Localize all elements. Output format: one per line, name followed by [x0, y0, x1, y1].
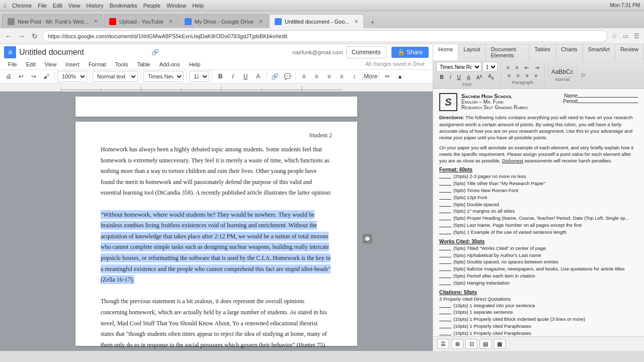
footer-outline-view-btn[interactable]: ▤ — [479, 339, 492, 349]
docs-menu-insert[interactable]: Insert — [61, 60, 84, 68]
tab-close-2[interactable]: ✕ — [259, 19, 263, 24]
url-input[interactable] — [42, 30, 608, 42]
ribbon-expand-btn[interactable]: ▷ — [579, 71, 588, 78]
tab-close-3[interactable]: ✕ — [354, 19, 358, 24]
docs-scroll-area[interactable]: Student 2 Homework has always been a hig… — [0, 92, 433, 351]
ribbon-indent-left-btn[interactable]: ⇤ — [522, 64, 531, 71]
ribbon-tab-review[interactable]: Review — [615, 44, 644, 60]
os-bookmarks-menu[interactable]: Bookmarks — [110, 3, 137, 9]
tab-2[interactable]: My Drive - Google Drive ✕ — [179, 14, 268, 28]
docs-menu-tools[interactable]: Tools — [111, 60, 132, 68]
align-center-button[interactable]: ≡ — [311, 71, 322, 82]
toolbar-sep-5 — [212, 72, 212, 81]
docs-menu-table[interactable]: Table — [133, 60, 154, 68]
ribbon-bold-btn[interactable]: B — [438, 72, 446, 81]
ribbon-tab-home[interactable]: Home — [433, 44, 458, 60]
paint-format-button[interactable]: 🖌 — [41, 71, 52, 82]
justify-button[interactable]: ≡ — [336, 71, 347, 82]
underline-button[interactable]: U — [240, 71, 251, 82]
cite-item-0: (10pts) 1 integrated into your sentence — [439, 303, 638, 309]
docs-menu-view[interactable]: View — [41, 60, 61, 68]
docs-menu-help[interactable]: Help — [185, 60, 205, 68]
more-button[interactable]: More — [365, 71, 376, 82]
wc-item-1: (5pts) Alphabetical by Author's Last nam… — [439, 252, 638, 259]
ribbon-tab-smartart[interactable]: SmartArt — [583, 44, 615, 60]
ribbon-font-select[interactable]: Times New Roman — [436, 62, 481, 72]
cast-icon[interactable]: ▭ — [621, 32, 630, 41]
link-button[interactable]: 🔗 — [269, 71, 280, 82]
ribbon-strikethrough-btn[interactable]: A̲ — [464, 72, 473, 81]
tab-3[interactable]: Untitled document - Goo... ✕ — [269, 14, 364, 28]
os-file-menu[interactable]: File — [38, 3, 47, 9]
ribbon-size-select[interactable]: 10 — [482, 62, 498, 72]
os-chrome-menu[interactable]: Chrome — [12, 3, 32, 9]
docs-menu-format[interactable]: Format — [85, 60, 110, 68]
align-right-button[interactable]: ≡ — [324, 71, 335, 82]
os-history-menu[interactable]: History — [87, 3, 104, 9]
ribbon-align-left-btn[interactable]: ≡ — [505, 72, 513, 79]
tab-close-0[interactable]: ✕ — [94, 19, 98, 24]
tab-label-3: Untitled document - Goo... — [285, 19, 349, 25]
font-select[interactable]: Times New ... — [143, 71, 184, 82]
os-help-menu[interactable]: Help — [192, 3, 204, 9]
os-edit-menu[interactable]: Edit — [53, 3, 62, 9]
os-view-menu[interactable]: View — [68, 3, 80, 9]
docs-menu-file[interactable]: File — [4, 60, 21, 68]
ribbon-bullets-btn[interactable]: ≡ — [504, 64, 512, 71]
text-color-button[interactable]: A — [253, 71, 264, 82]
bookmark-icon[interactable]: ☆ — [610, 32, 619, 41]
footer-preview-view-btn[interactable]: ▦ — [494, 339, 506, 349]
align-left-button[interactable]: ≡ — [298, 71, 309, 82]
os-window-menu[interactable]: Window — [167, 3, 186, 9]
ribbon-styles-btn[interactable]: AaBbCc — [548, 67, 577, 77]
tab-1[interactable]: Upload - YouTube ✕ — [104, 14, 178, 28]
comments-button[interactable]: Comments — [346, 46, 386, 58]
line-spacing-button[interactable]: ↕ — [349, 71, 360, 82]
print-button[interactable]: 🖨 — [3, 71, 14, 82]
docs-menu-addons[interactable]: Add-ons — [155, 60, 184, 68]
tab-close-1[interactable]: ✕ — [169, 19, 173, 24]
ribbon-tab-layout[interactable]: Layout — [458, 44, 486, 60]
collapse-toolbar-button[interactable]: ▲ — [394, 71, 406, 82]
footer-thumbnail-view-btn[interactable]: ⊞ — [451, 339, 463, 349]
footer-list-view-btn[interactable]: ☰ — [437, 339, 449, 349]
italic-button[interactable]: I — [227, 71, 238, 82]
ribbon-align-justify-btn[interactable]: ≡ — [532, 72, 540, 79]
school-info: Sachem High School English – Mr. Funk Re… — [461, 93, 563, 110]
bold-button[interactable]: B — [215, 71, 226, 82]
ribbon-underline-btn[interactable]: U — [455, 72, 463, 81]
undo-button[interactable]: ↩ — [16, 71, 27, 82]
zoom-select[interactable]: 100% — [57, 71, 87, 82]
doc-body[interactable]: Homework has always been a highly debate… — [101, 144, 332, 350]
share-button[interactable]: 🔓 Share — [391, 47, 429, 58]
settings-icon[interactable]: ☰ — [632, 32, 641, 41]
ribbon-subscript-btn[interactable]: Aa — [486, 72, 496, 81]
highlight-button[interactable]: ✏ — [382, 71, 393, 82]
ribbon-numbered-btn[interactable]: ≡ — [513, 64, 521, 71]
doc-page-2[interactable]: Student 2 Homework has always been a hig… — [75, 122, 357, 346]
footer-grid-view-btn[interactable]: ⊡ — [465, 339, 477, 349]
ribbon-indent-right-btn[interactable]: ⇥ — [532, 64, 541, 71]
docs-menu-edit[interactable]: Edit — [22, 60, 40, 68]
back-button[interactable]: ← — [3, 31, 14, 42]
ribbon-tab-tables[interactable]: Tables — [529, 44, 556, 60]
tab-0[interactable]: New Post · Mr. Funk's Web... ✕ — [2, 14, 103, 28]
ribbon-italic-btn[interactable]: I — [447, 72, 454, 81]
os-people-menu[interactable]: People — [143, 3, 160, 9]
ribbon-tab-charts[interactable]: Charts — [556, 44, 583, 60]
font-size-select[interactable]: 12 — [189, 71, 209, 82]
os-menu-items:  Chrome File Edit View History Bookmark… — [4, 3, 610, 9]
ribbon-superscript-btn[interactable]: Aa — [474, 72, 485, 81]
reload-button[interactable]: ↻ — [29, 31, 40, 42]
ribbon-align-center-btn[interactable]: ≡ — [514, 72, 522, 79]
wc-item-0: (5pts) Titled "Works Cited" in center of… — [439, 245, 638, 252]
comment-button[interactable]: 💬 — [282, 71, 293, 82]
ribbon-align-right-btn[interactable]: ≡ — [523, 72, 531, 79]
ribbon-tab-elements[interactable]: Document Elements — [486, 44, 529, 60]
comment-icon[interactable]: 💬 — [362, 234, 372, 244]
new-tab-button[interactable]: + — [367, 17, 378, 28]
redo-button[interactable]: ↪ — [28, 71, 39, 82]
os-apple-menu[interactable]:  — [4, 3, 6, 9]
forward-button[interactable]: → — [16, 31, 27, 42]
style-select[interactable]: Normal text — [93, 71, 138, 82]
